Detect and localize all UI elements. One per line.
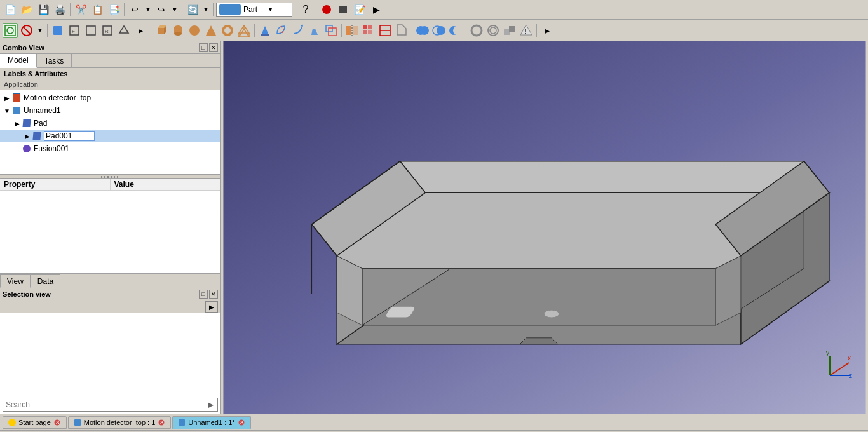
search-input[interactable]	[3, 398, 218, 412]
tree-arrow-pad[interactable]: ▶	[13, 119, 22, 128]
mirror-btn[interactable]	[344, 23, 360, 38]
help-btn[interactable]: ?	[298, 2, 313, 17]
bottom-tab-unnamed[interactable]: Unnamed1 : 1* ✕	[172, 416, 250, 429]
prism-btn[interactable]	[236, 23, 252, 38]
search-clear-btn[interactable]: ▶	[205, 400, 215, 410]
cylinder-btn[interactable]	[170, 23, 186, 38]
svg-rect-29	[326, 25, 332, 32]
sweep-btn[interactable]	[290, 23, 306, 38]
copy-btn[interactable]: 📋	[90, 2, 105, 17]
sep7	[47, 24, 48, 37]
tab-tasks[interactable]: Tasks	[37, 54, 72, 67]
motion-tab-close[interactable]: ✕	[158, 419, 165, 426]
bottom-area: Start page ✕ Motion detector_top : 1 ✕ U…	[0, 414, 868, 432]
undo-btn[interactable]: ↩	[127, 2, 142, 17]
checkgeom-btn[interactable]: !	[519, 23, 534, 38]
model-tree[interactable]: ▶ Motion detector_top ▼ Unnamed1 ▶	[0, 90, 220, 175]
motion-tab-icon	[74, 419, 81, 426]
save-btn[interactable]: 💾	[36, 2, 51, 17]
no-draw-btn[interactable]	[19, 23, 34, 38]
record-icon	[322, 5, 331, 14]
tree-icon-unnamed1	[11, 105, 22, 116]
shell-btn[interactable]	[469, 23, 484, 38]
extrude-btn[interactable]	[257, 23, 273, 38]
new-btn[interactable]: 📄	[3, 2, 18, 17]
tree-arrow-fusion001	[13, 144, 22, 153]
tree-arrow-unnamed1[interactable]: ▼	[3, 106, 11, 115]
selection-restore-btn[interactable]: □	[199, 290, 208, 299]
undo-dropdown[interactable]: ▼	[144, 2, 153, 17]
svg-rect-31	[346, 26, 351, 35]
svg-rect-86	[179, 419, 185, 426]
selection-clear-btn[interactable]: ▶	[205, 301, 218, 313]
cone-btn[interactable]	[203, 23, 219, 38]
selection-close-btn[interactable]: ✕	[209, 290, 218, 299]
torus-btn[interactable]	[220, 23, 235, 38]
tree-label-pad001-input[interactable]	[44, 131, 95, 141]
revolve-btn[interactable]	[274, 23, 289, 38]
run-btn[interactable]: ▶	[369, 2, 384, 17]
loft-btn[interactable]	[307, 23, 322, 38]
tree-label-pad: Pad	[34, 119, 47, 128]
sphere-btn[interactable]	[187, 23, 202, 38]
tree-item-fusion001[interactable]: Fusion001	[0, 142, 220, 155]
svg-rect-12	[158, 28, 164, 34]
start-tab-close[interactable]: ✕	[53, 419, 61, 426]
fit-all-btn[interactable]	[3, 23, 18, 38]
array-btn[interactable]	[361, 23, 376, 38]
record-btn[interactable]	[319, 2, 334, 17]
home-view-btn[interactable]	[50, 23, 65, 38]
print-btn[interactable]: 🖨️	[52, 2, 67, 17]
redo-btn[interactable]: ↪	[154, 2, 169, 17]
refresh-btn[interactable]: 🔄	[185, 2, 200, 17]
draw-style-btn[interactable]: ▼	[36, 23, 44, 38]
macro-btn[interactable]: 📝	[352, 2, 367, 17]
front-btn[interactable]: F	[67, 23, 82, 38]
right-btn[interactable]: R	[100, 23, 115, 38]
box-btn[interactable]	[154, 23, 169, 38]
selection-clear-row: ▶	[0, 300, 220, 313]
subtract-btn[interactable]	[448, 23, 463, 38]
tree-arrow-motion[interactable]: ▶	[3, 93, 11, 102]
svg-text:x: x	[848, 354, 851, 361]
rear-btn[interactable]	[116, 23, 132, 38]
tree-item-pad001[interactable]: ▶	[0, 130, 220, 142]
tree-item-motion-detector[interactable]: ▶ Motion detector_top	[0, 91, 220, 104]
svg-marker-74	[520, 338, 558, 344]
property-header-row: Property Value	[0, 179, 220, 191]
section-btn[interactable]	[377, 23, 393, 38]
svg-point-42	[420, 26, 429, 35]
svg-rect-51	[509, 26, 515, 32]
bottom-tab-start[interactable]: Start page ✕	[3, 416, 67, 429]
part-selector[interactable]: Part ▼	[216, 3, 292, 17]
chamfer-btn[interactable]	[394, 23, 409, 38]
tree-item-unnamed1[interactable]: ▼ Unnamed1	[0, 104, 220, 117]
tab-data[interactable]: Data	[31, 274, 60, 288]
make-compound-btn[interactable]	[502, 23, 517, 38]
more-views-btn[interactable]: ▸	[133, 23, 148, 38]
tab-view[interactable]: View	[0, 274, 31, 288]
top-btn[interactable]: T	[83, 23, 98, 38]
combo-view-header: Combo View □ ✕	[0, 41, 220, 54]
offset-btn[interactable]	[323, 23, 339, 38]
cut-btn[interactable]: ✂️	[73, 2, 88, 17]
paste-btn[interactable]: 📑	[106, 2, 121, 17]
viewport[interactable]: x y z	[221, 41, 868, 414]
sep10	[341, 24, 342, 37]
combo-close-btn[interactable]: ✕	[209, 43, 218, 52]
more-btn[interactable]: ▸	[539, 23, 555, 38]
unnamed-tab-close[interactable]: ✕	[238, 419, 245, 426]
combo-header-buttons: □ ✕	[199, 43, 218, 52]
redo-dropdown[interactable]: ▼	[170, 2, 179, 17]
intersect-btn[interactable]	[431, 23, 447, 38]
refresh-dropdown[interactable]: ▼	[201, 2, 210, 17]
thick-btn[interactable]	[485, 23, 501, 38]
combo-restore-btn[interactable]: □	[199, 43, 208, 52]
bottom-tab-motion[interactable]: Motion detector_top : 1 ✕	[68, 416, 172, 429]
tab-model[interactable]: Model	[0, 54, 37, 68]
union-btn[interactable]	[415, 23, 430, 38]
stop-btn[interactable]	[336, 2, 351, 17]
tree-item-pad[interactable]: ▶ Pad	[0, 117, 220, 130]
open-btn[interactable]: 📂	[19, 2, 34, 17]
tree-arrow-pad001[interactable]: ▶	[23, 132, 32, 140]
